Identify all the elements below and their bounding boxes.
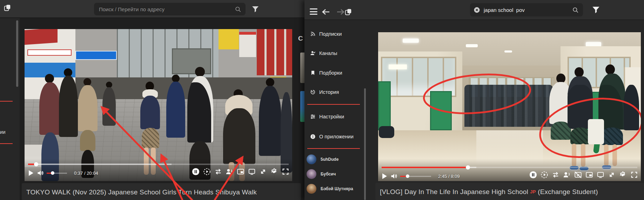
repeat-icon[interactable]: [214, 168, 222, 175]
left-sidebar-divider-1: [0, 101, 13, 102]
left-sidebar-scrollbar[interactable]: [16, 20, 18, 87]
filter-icon[interactable]: [250, 4, 260, 14]
right-player-icons: [529, 171, 638, 179]
left-seek-bar[interactable]: [28, 164, 289, 165]
person-check-icon: [310, 50, 316, 56]
search-icon[interactable]: [572, 7, 579, 13]
related-thumbnail[interactable]: [300, 91, 304, 122]
pause-circle-icon[interactable]: [529, 171, 537, 179]
sidebar-item-label: Подписки: [319, 31, 342, 37]
volume-control[interactable]: [390, 173, 431, 180]
sidebar-item-collections[interactable]: Подборки: [304, 69, 368, 77]
bookmark-icon: [310, 70, 316, 76]
volume-slider[interactable]: [400, 176, 431, 177]
left-video-title: TOKYO WALK (Nov 2025) Japanese School Gi…: [26, 188, 257, 196]
captions-off-icon[interactable]: [574, 171, 582, 179]
sidebar-item-history[interactable]: История: [304, 88, 368, 96]
resize-icon[interactable]: [259, 168, 267, 175]
volume-control[interactable]: [37, 170, 67, 177]
title-main: [VLOG] Day In The Life In Japanese High …: [380, 188, 528, 195]
menu-icon[interactable]: [309, 8, 318, 15]
far-student-crowd: [464, 85, 553, 127]
schoolgirl-cardigan: [140, 96, 160, 129]
sidebar-divider-1: [307, 104, 360, 105]
pedestrian-head: [45, 74, 54, 83]
channel-avatar: [307, 184, 316, 194]
tabs-icon[interactable]: [344, 7, 353, 16]
app-window-left: ии: [0, 0, 304, 200]
left-search-box[interactable]: [94, 3, 246, 15]
pause-circle-icon[interactable]: [192, 168, 200, 175]
resize-icon[interactable]: [608, 171, 616, 179]
info-icon: [310, 134, 316, 139]
repeat-icon[interactable]: [552, 171, 559, 179]
sidebar-item-about[interactable]: О приложении: [304, 132, 368, 141]
back-icon[interactable]: [321, 8, 330, 16]
seek-knob[interactable]: [34, 162, 38, 166]
settings-gear-icon[interactable]: [619, 171, 627, 179]
channel-item[interactable]: 5uhDude: [304, 154, 368, 165]
related-heading: С: [298, 35, 303, 42]
cast-screen-icon[interactable]: [248, 168, 256, 175]
sidebar-item-channels[interactable]: Каналы: [304, 49, 368, 57]
left-search-input[interactable]: [99, 6, 235, 12]
right-toolbar: [304, 0, 644, 20]
seek-knob[interactable]: [466, 165, 470, 170]
tabs-icon[interactable]: [3, 3, 12, 12]
settings-gear-icon[interactable]: [270, 168, 278, 175]
related-thumbnail[interactable]: [300, 53, 304, 83]
left-video-player[interactable]: 0:37 / 20:04: [25, 29, 292, 181]
right-seek-bar[interactable]: [382, 167, 637, 168]
yellow-sign: [219, 29, 239, 49]
pedestrian-head: [195, 67, 205, 77]
search-icon[interactable]: [235, 6, 241, 13]
channel-item[interactable]: Бубсич: [304, 169, 368, 179]
narrator-icon[interactable]: [226, 168, 233, 175]
white-tote-bag: [588, 119, 604, 144]
clear-icon[interactable]: [474, 7, 480, 13]
volume-slider[interactable]: [47, 173, 67, 174]
pip-icon[interactable]: [585, 171, 593, 179]
sidebar-item-settings[interactable]: Настройки: [304, 112, 368, 121]
rss-icon: [310, 31, 316, 37]
white-red-sign: [239, 32, 256, 57]
pedestrian-flannel-man: [39, 82, 61, 135]
autoplay-icon[interactable]: [203, 168, 211, 175]
fullscreen-icon[interactable]: [630, 171, 638, 179]
app-window-right: Подписки Каналы Подборки История Настрой…: [304, 0, 644, 200]
channel-name: 5uhDude: [321, 157, 338, 162]
right-search-box[interactable]: [470, 3, 583, 16]
progress-fill: [382, 167, 468, 168]
sidebar-item-subscriptions[interactable]: Подписки: [304, 30, 368, 38]
cast-screen-icon[interactable]: [597, 171, 604, 179]
channel-item[interactable]: Бэбэй Шутняра: [304, 184, 368, 194]
left-video-title-panel: TOKYO WALK (Nov 2025) Japanese School Gi…: [22, 183, 301, 200]
pip-icon[interactable]: [237, 168, 244, 175]
left-sidebar-cut-label: ии: [0, 129, 6, 135]
time-display: 2:45 / 8:09: [438, 174, 459, 179]
autoplay-icon[interactable]: [541, 171, 548, 179]
vent-panel: [172, 48, 211, 74]
student-head: [575, 67, 584, 77]
pedestrian-beige-coat: [78, 85, 98, 131]
books-taiseido-sign: [27, 49, 72, 56]
student-by-door: [624, 85, 639, 130]
right-video-title: [VLOG] Day In The Life In Japanese High …: [380, 188, 598, 196]
right-video-player[interactable]: 2:45 / 8:09: [378, 32, 641, 181]
narrator-icon[interactable]: [563, 171, 571, 179]
filter-icon[interactable]: [591, 5, 601, 15]
play-button[interactable]: [382, 173, 387, 179]
right-video-title-panel: [VLOG] Day In The Life In Japanese High …: [375, 183, 644, 200]
black-jacket-man: [187, 76, 213, 143]
sidebar-item-label: Подборки: [319, 70, 342, 76]
sidebar-item-label: О приложении: [319, 134, 354, 139]
play-button[interactable]: [29, 170, 33, 176]
ceiling-light: [504, 50, 512, 53]
sidebar-divider-2: [307, 148, 360, 149]
channel-name: Бубсич: [321, 172, 336, 177]
pedestrian-head: [172, 75, 180, 82]
fullscreen-icon[interactable]: [282, 168, 289, 175]
sidebar-scrollbar[interactable]: [364, 88, 366, 200]
right-search-input[interactable]: [484, 7, 572, 13]
volume-icon: [390, 173, 397, 180]
